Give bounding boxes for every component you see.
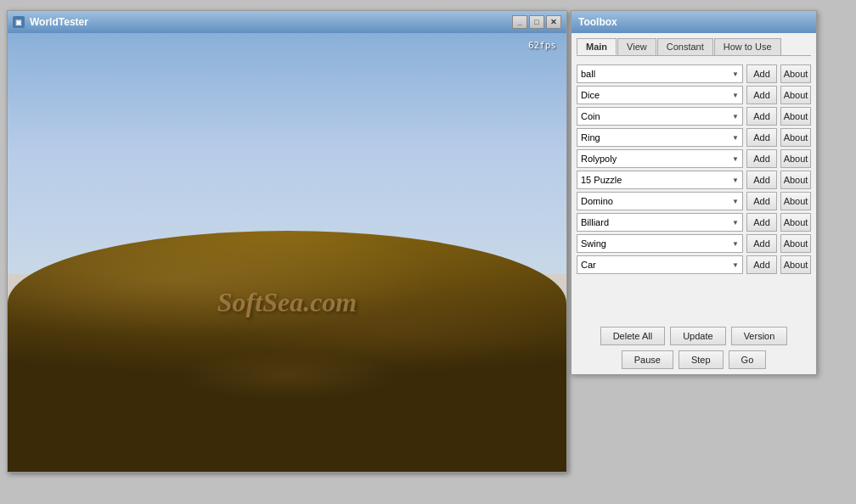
dropdown-coin-label: Coin [581,111,600,121]
dropdown-15puzzle-arrow: ▼ [732,176,739,184]
dropdown-billiard[interactable]: Billiard ▼ [577,213,743,232]
dropdown-billiard-label: Billiard [581,217,609,227]
action-row-2: Pause Step Go [577,350,811,369]
add-coin-button[interactable]: Add [746,107,777,126]
dropdown-dice-label: Dice [581,90,600,100]
dropdown-ring-label: Ring [581,132,600,143]
dropdown-dice[interactable]: Dice ▼ [577,86,743,104]
tab-how-to-use[interactable]: How to Use [714,38,781,55]
dropdown-ball-label: ball [581,69,595,79]
add-15puzzle-button[interactable]: Add [746,171,777,189]
titlebar-controls: _ □ ✕ [512,15,561,29]
item-row-15puzzle: 15 Puzzle ▼ Add About [577,171,811,189]
pause-button[interactable]: Pause [622,350,673,369]
about-domino-button[interactable]: About [780,192,811,210]
step-button[interactable]: Step [679,350,724,369]
about-billiard-button[interactable]: About [780,213,811,232]
toolbox-window: Toolbox Main View Constant How to Use ba… [571,10,817,375]
dropdown-billiard-arrow: ▼ [732,219,739,227]
add-car-button[interactable]: Add [746,255,777,274]
dropdown-car[interactable]: Car ▼ [577,255,743,274]
dropdown-domino-label: Domino [581,196,613,206]
action-row-1: Delete All Update Version [577,327,811,345]
dropdown-ball-arrow: ▼ [732,70,739,78]
item-row-coin: Coin ▼ Add About [577,107,811,126]
dropdown-swing[interactable]: Swing ▼ [577,234,743,253]
dropdown-ring[interactable]: Ring ▼ [577,128,743,147]
about-ball-button[interactable]: About [780,64,811,83]
about-coin-button[interactable]: About [780,107,811,126]
add-rolypoly-button[interactable]: Add [746,149,777,168]
dropdown-car-arrow: ▼ [732,261,739,269]
item-row-rolypoly: Rolypoly ▼ Add About [577,149,811,168]
dropdown-car-label: Car [581,260,596,270]
viewport: 62fps SoftSea.com [8,33,566,472]
dropdown-domino[interactable]: Domino ▼ [577,192,743,210]
ground-terrain [8,231,566,472]
fps-counter: 62fps [528,40,556,51]
add-domino-button[interactable]: Add [746,192,777,210]
tabs-container: Main View Constant How to Use [577,38,811,56]
dropdown-swing-arrow: ▼ [732,240,739,248]
dropdown-coin-arrow: ▼ [732,113,739,120]
go-button[interactable]: Go [729,350,767,369]
toolbox-title: Toolbox [578,16,617,28]
app-icon: ▣ [13,16,25,28]
add-billiard-button[interactable]: Add [746,213,777,232]
about-dice-button[interactable]: About [780,86,811,104]
item-row-car: Car ▼ Add About [577,255,811,274]
version-button[interactable]: Version [731,327,788,345]
about-ring-button[interactable]: About [780,128,811,147]
world-titlebar-left: ▣ WorldTester [13,16,88,28]
add-dice-button[interactable]: Add [746,86,777,104]
tab-view[interactable]: View [617,38,656,55]
item-row-ball: ball ▼ Add About [577,64,811,83]
add-ring-button[interactable]: Add [746,128,777,147]
dropdown-domino-arrow: ▼ [732,198,739,205]
delete-all-button[interactable]: Delete All [600,327,665,345]
maximize-button[interactable]: □ [529,15,544,29]
dropdown-rolypoly-arrow: ▼ [732,155,739,163]
dropdown-swing-label: Swing [581,238,606,249]
world-titlebar: ▣ WorldTester _ □ ✕ [8,11,566,33]
dropdown-15puzzle-label: 15 Puzzle [581,175,622,185]
item-row-ring: Ring ▼ Add About [577,128,811,147]
about-swing-button[interactable]: About [780,234,811,253]
items-list: ball ▼ Add About Dice ▼ Add About Coin ▼ [577,64,811,320]
toolbox-titlebar: Toolbox [572,11,816,33]
item-row-dice: Dice ▼ Add About [577,86,811,104]
about-rolypoly-button[interactable]: About [780,149,811,168]
add-swing-button[interactable]: Add [746,234,777,253]
update-button[interactable]: Update [670,327,725,345]
close-button[interactable]: ✕ [546,15,561,29]
add-ball-button[interactable]: Add [746,64,777,83]
dropdown-ball[interactable]: ball ▼ [577,64,743,83]
dropdown-ring-arrow: ▼ [732,134,739,142]
dropdown-coin[interactable]: Coin ▼ [577,107,743,126]
dropdown-rolypoly[interactable]: Rolypoly ▼ [577,149,743,168]
world-title: WorldTester [30,16,88,28]
dropdown-15puzzle[interactable]: 15 Puzzle ▼ [577,171,743,189]
world-window: ▣ WorldTester _ □ ✕ 62fps SoftSea.com [7,10,567,473]
item-row-swing: Swing ▼ Add About [577,234,811,253]
tab-constant[interactable]: Constant [657,38,713,55]
dropdown-rolypoly-label: Rolypoly [581,154,617,164]
about-car-button[interactable]: About [780,255,811,274]
item-row-billiard: Billiard ▼ Add About [577,213,811,232]
tab-main[interactable]: Main [577,38,617,55]
item-row-domino: Domino ▼ Add About [577,192,811,210]
dropdown-dice-arrow: ▼ [732,92,739,99]
minimize-button[interactable]: _ [512,15,527,29]
about-15puzzle-button[interactable]: About [780,171,811,189]
toolbox-body: Main View Constant How to Use ball ▼ Add… [572,33,816,374]
bottom-buttons: Delete All Update Version Pause Step Go [577,323,811,369]
